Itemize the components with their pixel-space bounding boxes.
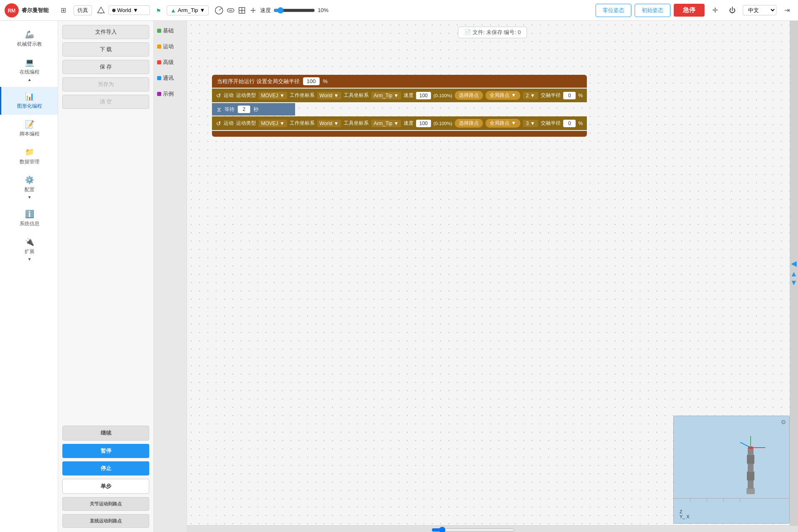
init-pose-btn[interactable]: 初始姿态 — [635, 4, 670, 17]
step-btn[interactable]: 单步 — [62, 479, 149, 494]
cat-item-motion[interactable]: 运动 — [154, 39, 187, 54]
sidebar-item-arm-teaching[interactable]: 🦾 机械臂示教 — [0, 25, 58, 53]
num-select-1[interactable]: 2 ▼ — [523, 92, 539, 99]
coord-chevron-icon: ▼ — [133, 7, 138, 13]
pause-btn[interactable]: 暂停 — [62, 444, 149, 458]
cat-item-comm[interactable]: 通讯 — [154, 70, 187, 86]
svg-rect-23 — [747, 455, 754, 464]
motion-label-2: 运动 — [224, 120, 234, 127]
coord-dropdown[interactable]: World ▼ — [108, 5, 150, 15]
file-status: 📄 文件: 未保存 编号: 0 — [458, 27, 527, 38]
extend-icon: 🔌 — [25, 237, 34, 246]
sidebar-label-config: 配置 — [25, 186, 34, 193]
sidebar-item-online-programming[interactable]: 💻 在线编程 ▲ — [0, 53, 58, 87]
num-select-2[interactable]: 3 ▼ — [523, 120, 539, 127]
clear-btn[interactable]: 清 空 — [62, 95, 149, 109]
tool-mode-btn[interactable]: ⊞ — [56, 3, 70, 17]
wait-icon: ⧖ — [217, 106, 221, 113]
collapse-down-icon[interactable]: ▲▼ — [790, 270, 798, 287]
save-btn[interactable]: 保 存 — [62, 60, 149, 74]
tool-sys-dropdown-1[interactable]: Arm_Tip ▼ — [371, 92, 401, 99]
speed-slider[interactable] — [273, 7, 315, 14]
svg-rect-22 — [748, 463, 754, 472]
save-as-btn[interactable]: 另存为 — [62, 77, 149, 91]
cat-dot-example — [157, 92, 161, 96]
arm-dropdown[interactable]: ▲ Arm_Tip ▼ — [167, 5, 209, 15]
h-scrollbar[interactable] — [187, 525, 798, 532]
tool-sys-label-2: 工具坐标系 — [344, 120, 369, 127]
sidebar-item-graphical-programming[interactable]: 📊 图形化编程 — [0, 87, 58, 115]
cat-label-advanced: 高级 — [163, 59, 174, 66]
graphical-prog-icon: 📊 — [25, 92, 34, 101]
cat-item-example[interactable]: 示例 — [154, 86, 187, 102]
wait-value[interactable]: 2 — [238, 106, 250, 113]
prog-header-val[interactable]: 100 — [303, 77, 320, 85]
config-expand-icon: ▼ — [27, 195, 32, 200]
cat-label-comm: 通讯 — [163, 74, 174, 82]
arm-icon: ▲ — [170, 7, 176, 14]
cat-dot-basic — [157, 29, 161, 33]
speed-val-2[interactable]: 100 — [416, 120, 431, 127]
sidebar-item-extend[interactable]: 🔌 扩展 ▼ — [0, 232, 58, 266]
sidebar-item-script[interactable]: 📝 脚本编程 — [0, 115, 58, 143]
svg-text:⚑: ⚑ — [156, 7, 161, 14]
estop-btn[interactable]: 急停 — [674, 4, 704, 17]
sidebar-item-sysinfo[interactable]: ℹ️ 系统信息 — [0, 204, 58, 232]
right-collapse-panel[interactable]: ◀ ▲▼ — [790, 21, 798, 525]
cat-label-example: 示例 — [163, 90, 174, 98]
motion-type-dropdown-1[interactable]: MOVEJ ▼ — [259, 92, 287, 99]
joint-motion-btn[interactable]: 关节运动到路点 — [62, 497, 149, 511]
power-btn[interactable]: ⏻ — [725, 3, 739, 17]
prog-header-block: 当程序开始运行 设置全局交融半径 100 % — [212, 75, 587, 88]
expand-icon: ▲ — [27, 77, 32, 82]
download-btn[interactable]: 下 载 — [62, 42, 149, 57]
prog-footer-block — [212, 131, 587, 137]
cat-dot-advanced — [157, 60, 161, 64]
all-points-dropdown-2[interactable]: 全局路点 ▼ — [485, 119, 520, 128]
all-points-dropdown-1[interactable]: 全局路点 ▼ — [485, 91, 520, 100]
radius-val-2[interactable]: 0 — [563, 120, 576, 127]
data-mgmt-icon: 📁 — [25, 148, 34, 157]
select-point-btn-2[interactable]: 选择路点 — [455, 119, 483, 128]
h-scroll-input[interactable] — [431, 527, 515, 532]
linear-motion-btn[interactable]: 直线运动到路点 — [62, 514, 149, 528]
cat-item-basic[interactable]: 基础 — [154, 23, 187, 39]
lang-select[interactable]: 中文 English — [743, 5, 776, 15]
sysinfo-icon: ℹ️ — [25, 209, 34, 219]
stop-btn[interactable]: 停止 — [62, 461, 149, 475]
coord-sys-dropdown-2[interactable]: World ▼ — [317, 120, 341, 127]
sidebar-item-config[interactable]: ⚙️ 配置 ▼ — [0, 170, 58, 204]
radius-label-2: 交融半径 — [541, 120, 561, 127]
svg-point-28 — [748, 446, 751, 449]
coord-sys-dropdown-1[interactable]: World ▼ — [317, 92, 341, 99]
add-btn[interactable]: ✛ — [708, 3, 722, 17]
svg-text:RM: RM — [8, 8, 16, 14]
svg-rect-19 — [746, 488, 755, 494]
select-point-btn-1[interactable]: 选择路点 — [455, 91, 483, 100]
motion-type-label-1: 运动类型 — [236, 92, 256, 99]
sidebar-label-online-prog: 在线编程 — [20, 69, 39, 76]
zero-pose-btn[interactable]: 零位姿态 — [596, 4, 631, 17]
motion-type-dropdown-2[interactable]: MOVEJ ▼ — [259, 120, 287, 127]
motion-block-2: ↺ 运动 运动类型 MOVEJ ▼ 工作坐标系 World ▼ 工具坐标系 Ar… — [212, 116, 587, 130]
script-icon: 📝 — [25, 120, 34, 129]
cat-dot-comm — [157, 76, 161, 80]
collapse-up-icon[interactable]: ◀ — [791, 259, 797, 268]
logo-icon: RM — [4, 3, 19, 18]
speed-range-1: (0-100%) — [433, 93, 452, 98]
sidebar-item-data-mgmt[interactable]: 📁 数据管理 — [0, 143, 58, 170]
cat-label-basic: 基础 — [163, 27, 174, 34]
cat-item-advanced[interactable]: 高级 — [154, 54, 187, 70]
continue-btn[interactable]: 继续 — [62, 426, 149, 441]
speed-control: 速度 10% — [260, 7, 328, 14]
speed-icon — [214, 6, 224, 15]
sim-label[interactable]: 仿真 — [74, 5, 92, 15]
arm-chevron-icon: ▼ — [200, 7, 205, 13]
radius-val-1[interactable]: 0 — [563, 92, 576, 99]
tool-sys-dropdown-2[interactable]: Arm_Tip ▼ — [371, 120, 401, 127]
arm-value: Arm_Tip — [178, 7, 198, 13]
speed-val-1[interactable]: 100 — [416, 92, 431, 99]
file-import-btn[interactable]: 文件导入 — [62, 25, 149, 39]
content-area: 文件导入 下 载 保 存 另存为 清 空 继续 暂停 停止 单步 关节运动到路点… — [58, 21, 798, 532]
logout-btn[interactable]: ⇥ — [780, 3, 794, 17]
